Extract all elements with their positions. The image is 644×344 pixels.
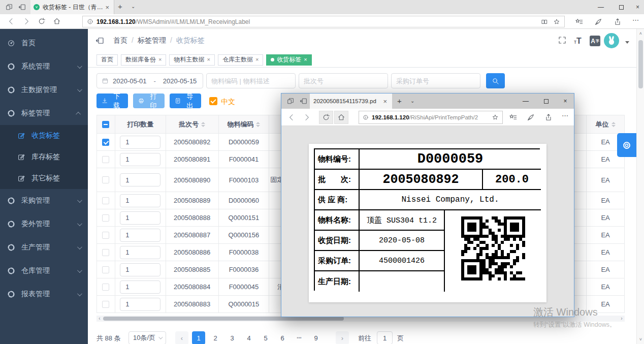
- goto-page-input[interactable]: [377, 331, 393, 344]
- page-button-6[interactable]: 6: [276, 331, 289, 344]
- sidebar-item-采购管理[interactable]: 采购管理: [0, 189, 88, 212]
- window-minimize-button[interactable]: —: [591, 0, 611, 14]
- page-button-9[interactable]: 9: [309, 331, 323, 344]
- tab-dropdown-icon[interactable]: ⌄: [131, 4, 135, 9]
- po-no-input[interactable]: [391, 73, 480, 88]
- table-settings-button[interactable]: [617, 133, 636, 157]
- home-icon[interactable]: [53, 17, 61, 25]
- sort-carets-icon[interactable]: [201, 122, 205, 127]
- popup-maximize-button[interactable]: [536, 93, 556, 109]
- tab-仓库主数据[interactable]: 仓库主数据×: [218, 54, 263, 66]
- popup-annotate-pen-icon[interactable]: [527, 113, 535, 121]
- row-checkbox[interactable]: [102, 156, 109, 163]
- page-button-1[interactable]: 1: [192, 331, 205, 344]
- tab-close-icon[interactable]: ×: [304, 56, 307, 63]
- row-checkbox[interactable]: [102, 214, 109, 222]
- row-checkbox[interactable]: [102, 301, 109, 308]
- print-qty-input[interactable]: [120, 211, 160, 225]
- font-size-icon[interactable]: тT: [574, 37, 582, 46]
- print-qty-input[interactable]: [120, 136, 160, 149]
- popup-share-icon[interactable]: [544, 113, 553, 121]
- user-avatar[interactable]: [604, 33, 619, 48]
- row-checkbox[interactable]: [102, 249, 109, 256]
- tab-close-icon[interactable]: ×: [158, 56, 162, 63]
- breadcrumb-label-mgmt[interactable]: 标签管理: [138, 36, 166, 45]
- print-qty-input[interactable]: [120, 194, 160, 207]
- user-menu-caret-icon[interactable]: [625, 41, 629, 44]
- tab-收货标签[interactable]: 收货标签×: [266, 54, 311, 66]
- page-button-5[interactable]: 5: [259, 331, 272, 344]
- tab-close-icon[interactable]: ×: [207, 56, 210, 63]
- batch-no-input[interactable]: [299, 73, 388, 88]
- popup-back-icon[interactable]: [287, 113, 296, 121]
- sidebar-item-主数据管理[interactable]: 主数据管理: [0, 78, 88, 102]
- popup-new-tab-icon[interactable]: +: [397, 97, 402, 105]
- tab-首页[interactable]: 首页: [96, 54, 118, 66]
- print-qty-input[interactable]: [120, 246, 160, 259]
- page-button-4[interactable]: 4: [242, 331, 255, 344]
- collapse-menu-icon[interactable]: [95, 36, 105, 45]
- address-bar[interactable]: 192.168.1.120/WMSAdmin/#/LM/LM/LM_Receiv…: [82, 16, 565, 27]
- print-qty-input[interactable]: [120, 263, 160, 276]
- forward-icon[interactable]: [22, 17, 30, 25]
- sort-carets-icon[interactable]: [611, 122, 616, 127]
- popup-tab-close-icon[interactable]: ×: [381, 98, 389, 105]
- export-button[interactable]: 导出: [170, 93, 201, 108]
- chinese-checkbox[interactable]: [209, 97, 217, 105]
- back-icon[interactable]: [7, 17, 15, 25]
- date-range-picker[interactable]: 2020-05-01 - 2020-05-15: [96, 73, 203, 88]
- more-pages-icon[interactable]: •••: [293, 331, 306, 344]
- popup-tab[interactable]: 20200508154115739.pd ×: [310, 93, 392, 109]
- annotate-pen-icon[interactable]: [594, 18, 602, 26]
- popup-home-button[interactable]: [334, 111, 348, 124]
- popup-set-aside-icon[interactable]: [286, 97, 295, 105]
- print-qty-input[interactable]: [120, 280, 160, 294]
- scroll-left-icon[interactable]: ‹: [96, 316, 103, 322]
- scroll-down-icon[interactable]: ˅: [637, 337, 644, 342]
- sidebar-item-委外管理[interactable]: 委外管理: [0, 212, 88, 236]
- popup-tab-preview-icon[interactable]: [300, 97, 308, 105]
- row-checkbox[interactable]: [102, 139, 109, 146]
- popup-favorites-hub-icon[interactable]: [509, 113, 517, 121]
- set-tabs-aside-icon[interactable]: [5, 3, 13, 11]
- print-qty-input[interactable]: [120, 229, 160, 242]
- row-checkbox[interactable]: [102, 176, 109, 183]
- breadcrumb-home[interactable]: 首页: [113, 36, 127, 45]
- page-v-scrollbar[interactable]: ˄ ˅: [636, 29, 644, 344]
- sidebar-item-系统管理[interactable]: 系统管理: [0, 55, 88, 78]
- share-icon[interactable]: [614, 18, 622, 26]
- scroll-right-icon[interactable]: ›: [619, 316, 625, 322]
- translate-icon[interactable]: A字: [590, 36, 600, 46]
- row-checkbox[interactable]: [102, 232, 109, 239]
- row-checkbox[interactable]: [102, 284, 109, 291]
- sidebar-item-仓库管理[interactable]: 仓库管理: [0, 259, 88, 283]
- popup-tab-dropdown-icon[interactable]: ⌄: [410, 98, 414, 104]
- fullscreen-icon[interactable]: [558, 36, 567, 45]
- h-scroll-thumb[interactable]: [103, 317, 344, 321]
- browser-tab[interactable]: v 收货标签 - 日世（青岛） ×: [30, 0, 114, 14]
- more-menu-icon[interactable]: ⋯: [632, 16, 639, 24]
- print-button[interactable]: 打印: [133, 93, 165, 108]
- popup-refresh-button[interactable]: [319, 111, 333, 124]
- popup-minimize-button[interactable]: —: [516, 93, 535, 109]
- popup-forward-icon[interactable]: [303, 113, 311, 121]
- tab-物料主数据[interactable]: 物料主数据×: [169, 54, 214, 66]
- row-checkbox[interactable]: [102, 197, 109, 204]
- next-page-button[interactable]: ›: [336, 331, 349, 344]
- popup-more-menu-icon[interactable]: ⋯: [562, 112, 568, 119]
- print-qty-input[interactable]: [120, 173, 160, 186]
- sidebar-item-库存标签[interactable]: 库存标签: [0, 146, 88, 168]
- sidebar-item-收货标签[interactable]: 收货标签: [0, 125, 88, 146]
- refresh-icon[interactable]: [38, 17, 46, 25]
- new-tab-icon[interactable]: +: [118, 2, 122, 11]
- sidebar-item-其它标签[interactable]: 其它标签: [0, 168, 88, 189]
- print-qty-input[interactable]: [120, 298, 160, 311]
- sidebar-item-报表管理[interactable]: 报表管理: [0, 283, 88, 306]
- favorites-hub-icon[interactable]: [575, 18, 583, 26]
- favorite-star-icon[interactable]: [492, 114, 499, 121]
- tab-数据库备份[interactable]: 数据库备份×: [121, 54, 166, 66]
- sidebar-item-标签管理[interactable]: 标签管理: [0, 102, 88, 125]
- page-button-3[interactable]: 3: [226, 331, 239, 344]
- search-button[interactable]: [486, 73, 505, 88]
- sidebar-item-首页[interactable]: 首页: [0, 32, 88, 55]
